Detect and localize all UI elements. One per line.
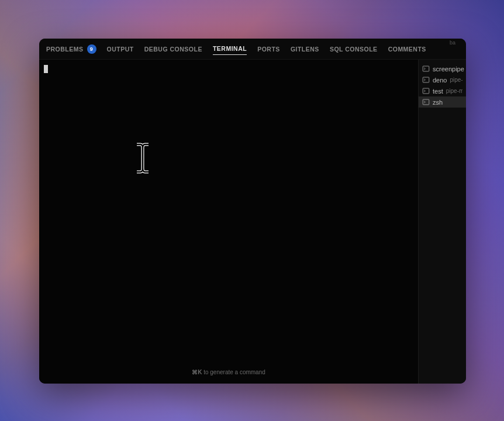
terminal-item-screenpipe[interactable]: screenpipe xyxy=(419,63,466,74)
problems-count-badge: 9 xyxy=(87,44,96,54)
tab-sql-console[interactable]: SQL CONSOLE xyxy=(330,43,378,55)
terminal-text-cursor xyxy=(44,65,48,73)
tab-label: DEBUG CONSOLE xyxy=(144,46,202,53)
tab-label: PROBLEMS xyxy=(46,46,84,53)
terminal-icon xyxy=(422,98,430,106)
tab-label: OUTPUT xyxy=(107,46,134,53)
terminal-panel-window: ba PROBLEMS 9 OUTPUT DEBUG CONSOLE TERMI… xyxy=(39,39,466,384)
terminal-item-sub: pipe- xyxy=(450,77,462,83)
command-hint-bar: ⌘K to generate a command xyxy=(44,365,413,380)
terminal-item-sub: pipe-m xyxy=(446,88,462,94)
tab-terminal[interactable]: TERMINAL xyxy=(213,43,247,55)
tab-output[interactable]: OUTPUT xyxy=(107,43,134,55)
terminal-icon xyxy=(422,76,430,84)
panel-tabs-bar: PROBLEMS 9 OUTPUT DEBUG CONSOLE TERMINAL… xyxy=(39,39,466,60)
ibeam-cursor-icon xyxy=(134,142,151,174)
terminal-item-deno[interactable]: deno pipe- xyxy=(419,74,466,85)
svg-rect-0 xyxy=(423,66,429,71)
terminal-item-name: deno xyxy=(433,77,447,84)
svg-rect-3 xyxy=(423,99,429,105)
tab-label: PORTS xyxy=(257,46,280,53)
terminal-icon xyxy=(422,87,430,95)
terminal-icon xyxy=(422,65,430,73)
terminal-area[interactable]: ⌘K to generate a command xyxy=(39,60,418,384)
terminal-content[interactable] xyxy=(44,63,413,365)
tab-label: TERMINAL xyxy=(213,45,247,52)
terminal-item-name: screenpipe xyxy=(433,65,464,73)
tab-debug-console[interactable]: DEBUG CONSOLE xyxy=(144,43,202,55)
terminal-item-zsh[interactable]: zsh xyxy=(419,96,466,108)
panel-body: ⌘K to generate a command screenpipe deno… xyxy=(39,60,466,384)
tab-ports[interactable]: PORTS xyxy=(257,43,280,55)
svg-rect-2 xyxy=(423,88,429,94)
terminal-item-test[interactable]: test pipe-m xyxy=(419,85,466,96)
tab-label: GITLENS xyxy=(291,46,319,53)
tab-problems[interactable]: PROBLEMS 9 xyxy=(46,42,96,56)
hint-text: to generate a command xyxy=(202,369,265,375)
terminal-item-name: zsh xyxy=(433,99,443,106)
hint-shortcut-key: ⌘K xyxy=(192,369,202,375)
tab-label: SQL CONSOLE xyxy=(330,46,378,53)
toolbar-partial-text: ba xyxy=(450,40,455,46)
terminal-list-sidebar: screenpipe deno pipe- test pipe-m xyxy=(418,60,466,384)
svg-rect-1 xyxy=(423,77,429,82)
terminal-item-name: test xyxy=(433,88,443,95)
tab-comments[interactable]: COMMENTS xyxy=(388,43,426,55)
tab-label: COMMENTS xyxy=(388,46,426,53)
tab-gitlens[interactable]: GITLENS xyxy=(291,43,319,55)
